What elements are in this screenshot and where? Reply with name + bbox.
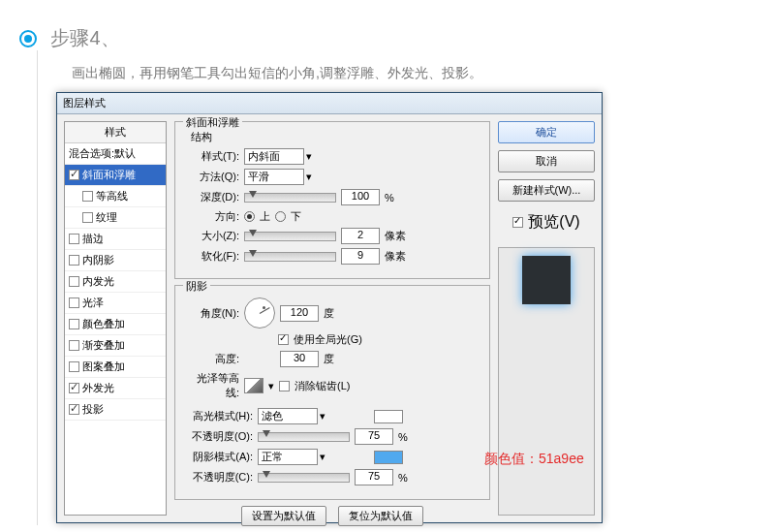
preview-area (498, 247, 595, 516)
style-item-label: 光泽 (82, 296, 104, 310)
dialog-titlebar[interactable]: 图层样式 (57, 93, 602, 114)
style-checkbox[interactable] (69, 383, 79, 393)
direction-down-label: 下 (291, 209, 301, 224)
gloss-label: 光泽等高线: (185, 371, 239, 400)
altitude-input[interactable]: 30 (280, 351, 319, 367)
structure-legend: 结构 (191, 130, 480, 144)
direction-label: 方向: (185, 209, 239, 224)
style-list-item[interactable]: 纹理 (65, 207, 166, 229)
style-checkbox[interactable] (69, 170, 79, 180)
style-select[interactable]: 内斜面 (244, 148, 304, 165)
shadow-opacity-slider[interactable] (258, 473, 350, 483)
shadow-opacity-unit: % (398, 472, 421, 484)
caret-down-icon[interactable]: ▾ (306, 171, 312, 183)
preview-label: 预览(V) (528, 212, 579, 233)
set-default-button[interactable]: 设置为默认值 (241, 506, 326, 526)
depth-input[interactable]: 100 (341, 189, 380, 205)
style-list-item[interactable]: 投影 (65, 399, 166, 421)
highlight-opacity-label: 不透明度(O): (185, 429, 253, 444)
highlight-opacity-input[interactable]: 75 (355, 428, 393, 445)
style-checkbox[interactable] (82, 191, 93, 202)
color-annotation: 颜色值：51a9ee (484, 451, 584, 468)
style-checkbox[interactable] (69, 361, 79, 372)
style-item-label: 渐变叠加 (82, 338, 125, 353)
antialias-checkbox[interactable] (279, 381, 290, 391)
style-checkbox[interactable] (69, 340, 79, 351)
step-bullet-icon (19, 30, 37, 47)
style-item-label: 斜面和浮雕 (82, 168, 136, 182)
style-checkbox[interactable] (69, 234, 79, 244)
size-input[interactable]: 2 (341, 228, 380, 244)
shadow-color-swatch[interactable] (374, 451, 403, 464)
altitude-unit: 度 (324, 352, 347, 366)
shadow-opacity-input[interactable]: 75 (355, 469, 393, 485)
style-checkbox[interactable] (82, 212, 93, 223)
style-checkbox[interactable] (69, 319, 79, 329)
direction-up-radio[interactable] (244, 211, 255, 222)
style-item-label: 描边 (82, 232, 104, 246)
style-list-item[interactable]: 描边 (65, 229, 166, 250)
step-title: 步骤4、 (50, 27, 119, 48)
style-checkbox[interactable] (69, 276, 79, 287)
step-header: 步骤4、 画出椭圆，再用钢笔工具勾出短信的小角,调整浮雕、外发光、投影。 (0, 0, 775, 82)
style-list-item[interactable]: 颜色叠加 (65, 314, 166, 335)
style-checkbox[interactable] (69, 297, 79, 308)
depth-label: 深度(D): (185, 190, 239, 204)
style-list: 样式 混合选项:默认斜面和浮雕等高线纹理描边内阴影内发光光泽颜色叠加渐变叠加图案… (64, 121, 167, 516)
style-checkbox[interactable] (69, 255, 79, 266)
style-item-label: 外发光 (82, 381, 114, 395)
method-select[interactable]: 平滑 (244, 169, 304, 185)
preview-checkbox[interactable] (512, 217, 523, 228)
style-list-item[interactable]: 内阴影 (65, 250, 166, 271)
soften-slider[interactable] (244, 252, 336, 262)
style-list-item[interactable]: 内发光 (65, 271, 166, 293)
style-item-label: 混合选项:默认 (69, 146, 136, 161)
caret-down-icon[interactable]: ▾ (268, 380, 274, 392)
angle-knob[interactable] (244, 297, 275, 329)
soften-unit: 像素 (385, 249, 408, 264)
style-list-item[interactable]: 光泽 (65, 293, 166, 314)
shading-legend: 阴影 (183, 279, 210, 294)
default-buttons-row: 设置为默认值 复位为默认值 (174, 506, 490, 526)
bevel-group: 斜面和浮雕 结构 样式(T): 内斜面▾ 方法(Q): 平滑▾ 深度(D): 1… (174, 121, 490, 279)
style-list-item[interactable]: 混合选项:默认 (65, 143, 166, 165)
step-description: 画出椭圆，再用钢笔工具勾出短信的小角,调整浮雕、外发光、投影。 (72, 65, 775, 82)
angle-input[interactable]: 120 (280, 305, 319, 322)
altitude-label: 高度: (185, 352, 239, 366)
style-label: 样式(T): (185, 149, 239, 164)
direction-down-radio[interactable] (275, 211, 286, 222)
new-style-button[interactable]: 新建样式(W)... (498, 179, 595, 202)
highlight-mode-label: 高光模式(H): (185, 409, 253, 423)
style-list-item[interactable]: 外发光 (65, 378, 166, 399)
soften-label: 软化(F): (185, 249, 239, 264)
highlight-mode-select[interactable]: 滤色 (258, 408, 318, 424)
style-list-item[interactable]: 斜面和浮雕 (65, 165, 166, 186)
cancel-button[interactable]: 取消 (498, 150, 595, 172)
highlight-color-swatch[interactable] (374, 410, 403, 423)
global-light-checkbox[interactable] (278, 334, 289, 345)
size-slider[interactable] (244, 232, 336, 241)
gloss-contour-picker[interactable] (244, 378, 264, 393)
global-light-label: 使用全局光(G) (294, 332, 362, 347)
style-list-item[interactable]: 渐变叠加 (65, 335, 166, 357)
soften-input[interactable]: 9 (341, 248, 380, 265)
highlight-opacity-slider[interactable] (258, 432, 350, 442)
ok-button[interactable]: 确定 (498, 121, 595, 143)
preview-thumbnail (522, 256, 571, 304)
depth-slider[interactable] (244, 193, 336, 203)
style-item-label: 投影 (82, 402, 104, 417)
bevel-legend: 斜面和浮雕 (183, 115, 242, 130)
style-checkbox[interactable] (69, 404, 79, 415)
shadow-mode-select[interactable]: 正常 (258, 449, 318, 465)
step-connector-line (37, 50, 38, 525)
caret-down-icon[interactable]: ▾ (306, 150, 312, 163)
style-item-label: 内阴影 (82, 253, 114, 267)
caret-down-icon[interactable]: ▾ (320, 410, 326, 422)
style-item-label: 纹理 (96, 210, 117, 225)
style-list-item[interactable]: 图案叠加 (65, 357, 166, 378)
reset-default-button[interactable]: 复位为默认值 (338, 506, 423, 526)
caret-down-icon[interactable]: ▾ (320, 451, 326, 463)
shading-group: 阴影 角度(N): 120 度 使用全局光(G) 高度: 30 度 (174, 285, 490, 500)
depth-unit: % (385, 192, 408, 203)
style-list-item[interactable]: 等高线 (65, 186, 166, 207)
